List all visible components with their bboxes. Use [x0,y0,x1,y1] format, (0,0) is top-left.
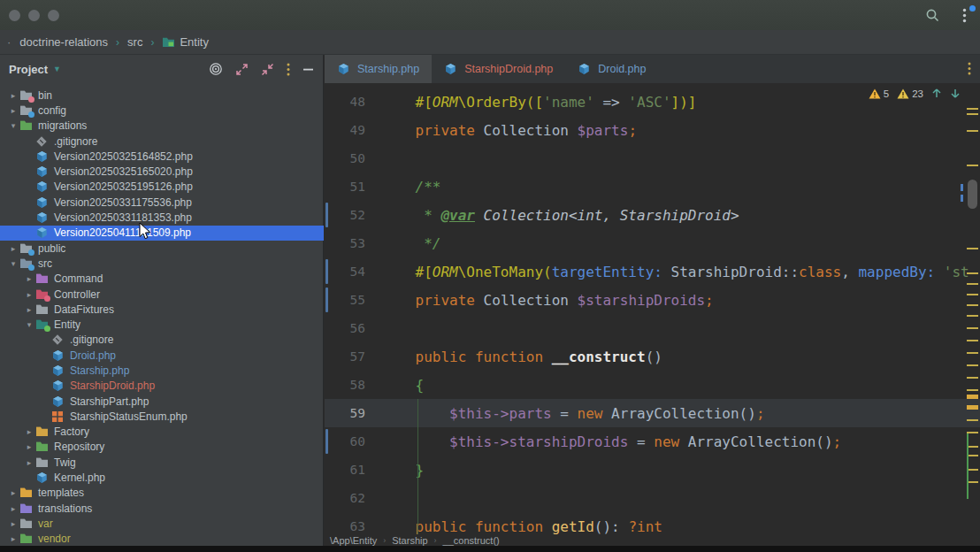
stripe-warning-mark[interactable] [967,405,978,410]
stripe-green-mark[interactable] [967,433,969,499]
stripe-warning-mark[interactable] [967,283,978,285]
scrollbar-thumb[interactable] [968,180,977,209]
tree-item-templates[interactable]: ▸templates [0,486,324,501]
tree-item-controller[interactable]: ▸Controller [0,287,324,302]
collapse-all-icon[interactable] [261,63,274,76]
tab-droid-php[interactable]: Droid.php [565,55,658,83]
editor-breadcrumb-item[interactable]: \App\Entity [330,535,377,546]
weak-warning-count[interactable]: 23 [897,88,923,99]
breadcrumb-item[interactable]: Entity [180,35,209,49]
tree-item-version20250325164852-php[interactable]: Version20250325164852.php [0,149,324,164]
chevron-collapsed-icon[interactable]: ▸ [23,427,35,436]
tree-item-factory[interactable]: ▸Factory [0,425,324,440]
stripe-warning-mark[interactable] [967,248,978,249]
stripe-warning-mark[interactable] [967,165,978,166]
code-line-49[interactable]: 49 private Collection $parts; [325,116,980,144]
warning-count[interactable]: 5 [869,88,889,99]
chevron-collapsed-icon[interactable]: ▸ [23,274,35,283]
chevron-collapsed-icon[interactable]: ▸ [23,290,35,299]
tree-item-datafixtures[interactable]: ▸DataFixtures [0,302,324,317]
tree-item-droid-php[interactable]: Droid.php [0,348,324,363]
expand-all-icon[interactable] [235,63,249,76]
chevron-collapsed-icon[interactable]: ▸ [7,91,19,100]
chevron-collapsed-icon[interactable]: ▸ [7,488,19,497]
stripe-warning-mark[interactable] [967,304,978,306]
code-line-61[interactable]: 61 } [325,456,980,484]
tab-starshipdroid-php[interactable]: StarshipDroid.php [432,55,565,83]
next-problem-arrow-icon[interactable] [950,88,961,99]
stripe-warning-mark[interactable] [967,113,978,115]
code-line-59[interactable]: 59 $this->parts = new ArrayCollection(); [325,399,980,427]
stripe-warning-mark[interactable] [967,352,978,354]
stripe-warning-mark[interactable] [967,272,978,274]
tab-options-kebab-icon[interactable] [968,62,971,75]
hide-panel-icon[interactable] [302,64,314,75]
tree-item-version20250331175536-php[interactable]: Version20250331175536.php [0,195,324,210]
tree-item-command[interactable]: ▸Command [0,272,324,287]
chevron-expanded-icon[interactable]: ▾ [7,259,19,268]
tree-item--gitignore[interactable]: .gitignore [0,333,324,348]
previous-problem-arrow-icon[interactable] [931,88,942,99]
tree-item-twig[interactable]: ▸Twig [0,455,324,470]
tree-item-version20250331181353-php[interactable]: Version20250331181353.php [0,210,324,225]
tree-item-translations[interactable]: ▸translations [0,501,324,516]
tree-item-entity[interactable]: ▾Entity [0,317,324,332]
error-stripe-scrollbar[interactable] [964,83,980,534]
chevron-collapsed-icon[interactable]: ▸ [7,244,19,253]
tree-item-starshipstatusenum-php[interactable]: StarshipStatusEnum.php [0,409,324,424]
tree-item-config[interactable]: ▸config [0,103,324,118]
main-menu-kebab-icon[interactable] [955,6,973,24]
minimize-window-button[interactable] [28,10,40,21]
close-window-button[interactable] [9,10,20,21]
tree-item-public[interactable]: ▸public [0,241,324,256]
tab-starship-php[interactable]: Starship.php [325,55,432,83]
search-everywhere-icon[interactable] [923,6,941,24]
tree-item-bin[interactable]: ▸bin [0,88,324,103]
breadcrumb-item[interactable]: src [127,35,142,49]
code-line-56[interactable]: 56 [325,314,980,342]
zoom-window-button[interactable] [48,10,59,21]
project-panel-title[interactable]: Project [9,63,48,76]
stripe-warning-mark[interactable] [967,377,978,379]
stripe-warning-mark[interactable] [967,340,978,341]
tree-item-version20250325165020-php[interactable]: Version20250325165020.php [0,164,324,179]
stripe-warning-mark[interactable] [967,108,978,110]
stripe-warning-mark[interactable] [967,130,978,132]
chevron-collapsed-icon[interactable]: ▸ [7,534,19,543]
tree-item-version20250325195126-php[interactable]: Version20250325195126.php [0,180,324,195]
tree-item--gitignore[interactable]: .gitignore [0,134,324,149]
tree-item-starshippart-php[interactable]: StarshipPart.php [0,394,324,409]
code-line-58[interactable]: 58 { [325,371,980,399]
locate-file-icon[interactable] [209,62,223,76]
code-line-54[interactable]: 54 #[ORM\OneToMany(targetEntity: Starshi… [325,257,980,286]
tree-item-version20250411171509-php[interactable]: Version20250411171509.php [0,226,324,241]
breadcrumb-item[interactable]: doctrine-relations [19,35,108,49]
chevron-collapsed-icon[interactable]: ▸ [23,305,35,314]
chevron-collapsed-icon[interactable]: ▸ [23,458,35,467]
chevron-collapsed-icon[interactable]: ▸ [7,519,19,528]
code-line-62[interactable]: 62 [325,484,980,512]
tree-item-kernel-php[interactable]: Kernel.php [0,470,324,485]
code-line-52[interactable]: 52 * @var Collection<int, StarshipDroid> [325,201,980,229]
code-line-55[interactable]: 55 private Collection $starshipDroids; [325,286,980,314]
tree-item-vendor[interactable]: ▸vendor [0,532,324,546]
code-line-53[interactable]: 53 */ [325,229,980,257]
stripe-warning-mark[interactable] [967,389,978,391]
tree-item-migrations[interactable]: ▾migrations [0,119,324,134]
code-line-60[interactable]: 60 $this->starshipDroids = new ArrayColl… [325,427,980,456]
code-line-50[interactable]: 50 [325,144,980,172]
stripe-warning-mark[interactable] [967,419,978,421]
stripe-warning-mark[interactable] [967,315,978,317]
chevron-expanded-icon[interactable]: ▾ [23,320,35,329]
stripe-warning-mark[interactable] [967,395,978,399]
tree-item-starshipdroid-php[interactable]: StarshipDroid.php [0,379,324,394]
code-line-57[interactable]: 57 public function __construct() [325,342,980,371]
chevron-expanded-icon[interactable]: ▾ [7,121,19,130]
stripe-warning-mark[interactable] [967,364,978,366]
code-line-63[interactable]: 63 public function getId(): ?int [325,512,980,534]
tree-item-src[interactable]: ▾src [0,256,324,271]
chevron-collapsed-icon[interactable]: ▸ [7,504,19,513]
tree-item-var[interactable]: ▸var [0,516,324,531]
editor-breadcrumb-item[interactable]: __construct() [443,535,500,546]
stripe-warning-mark[interactable] [967,327,978,329]
